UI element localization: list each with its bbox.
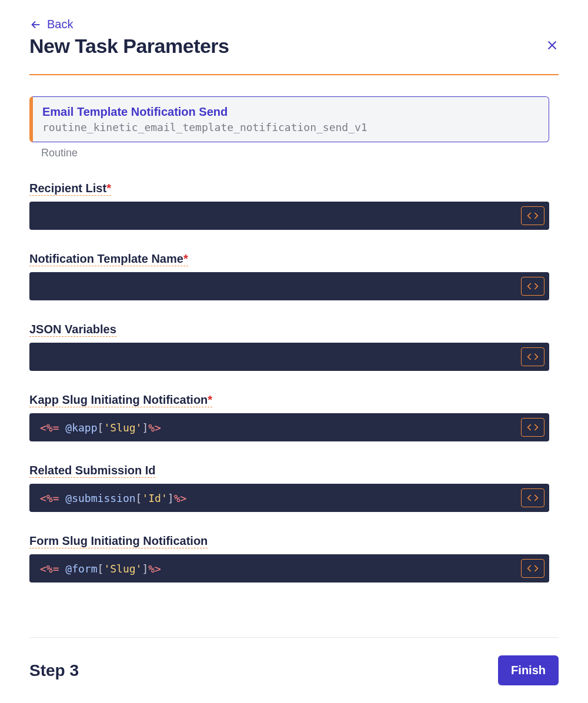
required-marker: * [208,393,212,406]
code-token: ] [142,563,148,575]
field-label: JSON Variables [29,323,116,337]
parameter-field: Form Slug Initiating Notification<%= @fo… [29,534,549,583]
code-toggle-button[interactable] [521,347,544,366]
code-toggle-button[interactable] [521,206,544,225]
code-token: <%= [40,492,59,504]
step-label: Step 3 [29,661,79,680]
code-input[interactable] [29,343,549,371]
code-token: [ [98,563,104,575]
field-label-text: Notification Template Name [29,252,183,265]
code-token: <%= [40,563,59,575]
code-toggle-button[interactable] [521,277,544,296]
required-marker: * [106,182,111,195]
code-icon [527,564,539,573]
code-input[interactable]: <%= @submission['Id']%> [29,484,549,512]
code-icon [527,352,539,361]
parameter-field: Notification Template Name* [29,252,549,300]
field-label: Recipient List* [29,182,111,196]
code-input[interactable] [29,202,549,230]
code-token: 'Slug' [103,421,142,434]
code-icon [527,282,539,291]
code-token: %> [148,563,161,575]
code-token: @form [65,563,97,575]
code-token: ] [142,421,148,434]
code-icon [527,423,539,432]
code-token: 'Id' [142,492,167,504]
field-label: Kapp Slug Initiating Notification* [29,393,212,407]
code-token: @kapp [65,421,97,434]
arrow-left-icon [29,18,42,31]
code-token: [ [98,421,104,434]
code-token [59,563,66,575]
field-label: Notification Template Name* [29,252,188,266]
code-input[interactable]: <%= @kapp['Slug']%> [29,413,549,441]
back-label: Back [47,18,73,31]
code-token: %> [174,492,187,504]
field-label: Related Submission Id [29,464,155,478]
parameter-field: Recipient List* [29,182,549,230]
code-toggle-button[interactable] [521,418,544,437]
code-token: ] [168,492,174,504]
field-label-text: Form Slug Initiating Notification [29,534,208,547]
code-token: [ [136,492,142,504]
code-token [59,421,66,434]
parameter-field: JSON Variables [29,323,549,371]
code-input[interactable]: <%= @form['Slug']%> [29,554,549,583]
code-toggle-button[interactable] [521,559,544,578]
parameter-field: Kapp Slug Initiating Notification*<%= @k… [29,393,549,441]
form-scroll-area[interactable]: Email Template Notification Send routine… [29,75,559,637]
routine-type-label: Routine [41,147,549,159]
field-label-text: Kapp Slug Initiating Notification [29,393,208,406]
close-icon [546,39,559,52]
page-title: New Task Parameters [29,35,546,58]
field-label-text: JSON Variables [29,323,116,336]
finish-button[interactable]: Finish [498,655,559,685]
code-token: %> [148,421,161,434]
routine-slug: routine_kinetic_email_template_notificat… [42,121,539,133]
field-label: Form Slug Initiating Notification [29,534,208,548]
routine-card[interactable]: Email Template Notification Send routine… [29,96,549,142]
code-token: <%= [40,421,59,434]
code-token: 'Slug' [103,563,142,575]
field-label-text: Related Submission Id [29,464,155,477]
required-marker: * [183,252,188,265]
back-link[interactable]: Back [29,18,73,31]
code-icon [527,211,539,220]
code-toggle-button[interactable] [521,488,544,507]
close-button[interactable] [546,39,559,54]
code-token [59,492,66,504]
field-label-text: Recipient List [29,182,106,195]
routine-title: Email Template Notification Send [42,105,539,119]
code-token: @submission [65,492,135,504]
code-input[interactable] [29,272,549,300]
parameter-field: Related Submission Id<%= @submission['Id… [29,464,549,512]
code-icon [527,493,539,503]
